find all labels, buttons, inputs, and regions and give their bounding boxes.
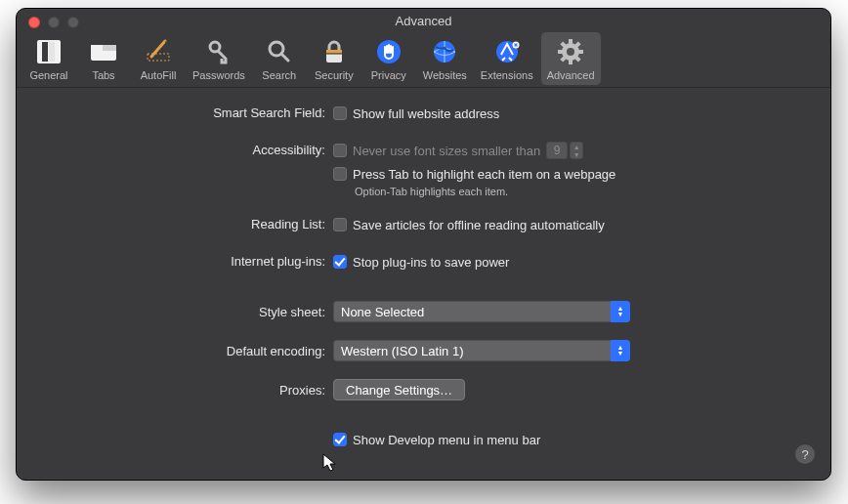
row-develop: Show Develop menu in menu bar [40,430,807,449]
minimize-window-button[interactable] [48,17,60,28]
checkbox-tab-highlight[interactable] [333,167,347,181]
row-smart-search: Smart Search Field: Show full website ad… [40,104,807,123]
advanced-pane: Smart Search Field: Show full website ad… [17,88,830,475]
zoom-window-button[interactable] [67,17,79,28]
button-change-settings[interactable]: Change Settings… [333,379,465,400]
chevrons-icon: ▲▼ [611,340,630,361]
text-tab-highlight: Press Tab to highlight each item on a we… [353,167,615,182]
checkbox-save-offline[interactable] [333,218,347,231]
button-change-settings-label: Change Settings… [346,383,452,398]
tab-autofill[interactable]: AutoFill [132,32,185,85]
text-min-font: Never use font sizes smaller than [353,144,540,158]
label-style-sheet: Style sheet: [40,301,333,319]
traffic-lights [28,17,79,28]
checkbox-show-full-url[interactable] [333,106,347,120]
text-save-offline: Save articles for offline reading automa… [353,218,605,232]
svg-rect-5 [91,45,103,51]
text-stop-plugins: Stop plug-ins to save power [353,255,509,270]
tab-tabs[interactable]: Tabs [77,32,130,85]
tab-label: Passwords [192,69,245,81]
row-reading-list: Reading List: Save articles for offline … [40,215,807,234]
select-style-sheet-value: None Selected [341,305,424,319]
row-default-encoding: Default encoding: Western (ISO Latin 1) … [40,340,807,361]
tab-websites[interactable]: Websites [417,32,473,85]
tab-extensions[interactable]: Extensions [475,32,539,85]
select-default-encoding[interactable]: Western (ISO Latin 1) ▲▼ [333,340,630,361]
label-plugins: Internet plug-ins: [40,252,333,269]
help-icon: ? [801,447,808,462]
svg-rect-1 [42,42,48,62]
stepper-arrows-icon[interactable]: ▲▼ [570,142,583,159]
tab-security[interactable]: Security [308,32,360,85]
gear-icon [555,36,586,67]
row-accessibility: Accessibility: Never use font sizes smal… [40,141,807,197]
tab-privacy[interactable]: Privacy [362,32,415,85]
svg-rect-10 [326,50,342,54]
text-show-develop-menu: Show Develop menu in menu bar [353,433,540,447]
titlebar: Advanced [17,9,830,32]
autofill-icon [143,36,174,67]
svg-rect-18 [558,50,563,54]
tab-advanced[interactable]: Advanced [541,32,601,85]
hint-option-tab: Option-Tab highlights each item. [333,186,807,197]
tab-passwords[interactable]: Passwords [187,32,251,85]
tab-search[interactable]: Search [253,32,306,85]
search-icon [264,36,295,67]
svg-rect-17 [569,60,572,64]
label-proxies: Proxies: [40,379,333,398]
stepper-min-font[interactable]: 9 ▲▼ [546,142,583,159]
window-title: Advanced [396,14,452,28]
row-style-sheet: Style sheet: None Selected ▲▼ [40,301,807,322]
select-style-sheet[interactable]: None Selected ▲▼ [333,301,630,322]
svg-rect-16 [569,39,572,44]
tabs-icon [88,36,119,67]
globe-icon [429,36,460,67]
close-window-button[interactable] [28,17,40,28]
svg-rect-19 [578,50,583,54]
svg-rect-2 [49,42,55,62]
prefs-toolbar: General Tabs AutoFill [17,32,830,88]
tab-label: General [29,69,67,81]
min-font-value: 9 [546,142,568,159]
tab-label: Privacy [371,69,406,81]
label-smart-search: Smart Search Field: [40,104,333,120]
label-accessibility: Accessibility: [40,141,333,157]
text-show-full-url: Show full website address [353,106,499,121]
label-default-encoding: Default encoding: [40,340,333,358]
key-icon [203,36,234,67]
tab-label: Websites [423,69,467,81]
general-icon [33,36,64,67]
privacy-hand-icon [373,36,404,67]
select-default-encoding-value: Western (ISO Latin 1) [341,344,463,358]
checkbox-min-font[interactable] [333,144,347,157]
tab-label: Security [315,69,354,81]
tab-label: AutoFill [141,69,177,81]
checkbox-stop-plugins[interactable] [333,255,347,269]
tab-label: Advanced [547,69,595,81]
chevrons-icon: ▲▼ [611,301,630,322]
row-proxies: Proxies: Change Settings… [40,379,807,400]
preferences-window: Advanced General Tabs [16,8,831,481]
tab-label: Extensions [481,69,533,81]
row-plugins: Internet plug-ins: Stop plug-ins to save… [40,252,807,272]
tab-label: Tabs [92,69,114,81]
tab-label: Search [262,69,296,81]
lock-icon [318,36,350,67]
label-reading-list: Reading List: [40,215,333,231]
tab-general[interactable]: General [22,32,75,85]
checkbox-show-develop-menu[interactable] [333,433,347,446]
svg-point-24 [567,48,574,56]
help-button[interactable]: ? [795,444,815,464]
extensions-icon [491,36,523,67]
